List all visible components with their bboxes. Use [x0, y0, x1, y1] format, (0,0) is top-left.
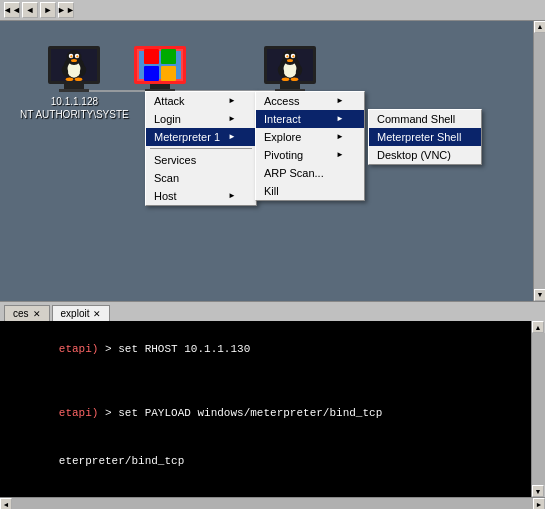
menu-item-arp-scan[interactable]: ARP Scan... — [256, 164, 364, 182]
graph-scroll-up[interactable]: ▲ — [534, 21, 545, 33]
menu-item-desktop-vnc[interactable]: Desktop (VNC) — [369, 146, 481, 164]
svg-point-13 — [75, 77, 83, 81]
menu-item-access[interactable]: Access ► — [256, 92, 364, 110]
tab-ces-close[interactable]: ✕ — [33, 309, 41, 319]
menu-item-login[interactable]: Login ► — [146, 110, 256, 128]
svg-point-4 — [67, 50, 82, 65]
main-container: ◄◄ ◄ ► ►► — [0, 0, 545, 509]
node-ip-1: 10.1.1.128 — [51, 96, 98, 107]
win-q2 — [161, 49, 176, 64]
terminal-scroll-track — [532, 333, 545, 485]
menu-item-host[interactable]: Host ► — [146, 187, 256, 205]
nav-back[interactable]: ◄ — [22, 2, 38, 18]
terminal-cmd-2: > set PAYLOAD windows/meterpreter/bind_t… — [98, 407, 382, 419]
scroll-left-btn[interactable]: ◄ — [0, 498, 12, 509]
tab-ces-label: ces — [13, 308, 29, 319]
win-q3 — [144, 66, 159, 81]
terminal-line-blank1 — [6, 373, 527, 389]
menu-arrow-explore: ► — [336, 132, 344, 141]
menu-arrow-interact: ► — [336, 114, 344, 123]
menu-arrow-host: ► — [228, 191, 236, 200]
monitor-icon-2 — [130, 46, 190, 94]
menu-item-meterpreter-shell[interactable]: Meterpreter Shell — [369, 128, 481, 146]
monitor-icon-3 — [260, 46, 320, 94]
tab-exploit-close[interactable]: ✕ — [93, 309, 101, 319]
win-q4 — [161, 66, 176, 81]
windows-screen-2 — [137, 49, 183, 81]
terminal-line-2: etapi) > set PAYLOAD windows/meterpreter… — [6, 389, 527, 437]
terminal-prompt-2: etapi) — [59, 407, 99, 419]
monitor-icon-1 — [44, 46, 104, 94]
terminal-line-3: eterpreter/bind_tcp — [6, 437, 527, 485]
menu-item-services[interactable]: Services — [146, 151, 256, 169]
svg-point-9 — [71, 59, 77, 62]
monitor-screen-3 — [264, 46, 316, 84]
nav-forward-forward[interactable]: ►► — [58, 2, 74, 18]
svg-point-25 — [291, 77, 299, 81]
menu-item-scan[interactable]: Scan — [146, 169, 256, 187]
top-toolbar: ◄◄ ◄ ► ►► — [0, 0, 545, 21]
tabs-bar: ces ✕ exploit ✕ — [0, 301, 545, 322]
nav-back-back[interactable]: ◄◄ — [4, 2, 20, 18]
terminal-scroll: ▲ ▼ — [531, 321, 545, 497]
scroll-right-btn[interactable]: ► — [533, 498, 545, 509]
windows-logo — [144, 49, 176, 81]
graph-scroll-down[interactable]: ▼ — [534, 289, 545, 301]
svg-point-12 — [66, 77, 74, 81]
monitor-stand-1 — [59, 89, 89, 92]
menu-arrow-pivoting: ► — [336, 150, 344, 159]
linux-screen-1 — [51, 49, 97, 81]
terminal-container: etapi) > set RHOST 10.1.1.130 etapi) > s… — [0, 321, 545, 497]
terminal-cmd-3: eterpreter/bind_tcp — [59, 455, 184, 467]
bottom-scrollbar: ◄ ► — [0, 497, 545, 509]
context-menu-main: Attack ► Login ► Meterpreter 1 ► Service… — [145, 91, 257, 206]
menu-arrow-meterpreter1: ► — [228, 132, 236, 141]
context-menu-sub2: Command Shell Meterpreter Shell Desktop … — [368, 109, 482, 165]
node-label-1: NT AUTHORITY\SYSTE — [20, 109, 129, 120]
terminal-scroll-up[interactable]: ▲ — [532, 321, 544, 333]
svg-point-7 — [71, 55, 73, 57]
terminal-line-4: etapi) > set SMBPIPE BROWSER — [6, 485, 527, 496]
penguin-icon-3 — [275, 47, 305, 83]
graph-scroll: ▲ ▼ — [533, 21, 545, 301]
menu-separator-1 — [150, 148, 252, 149]
linux-screen-3 — [267, 49, 313, 81]
menu-item-attack[interactable]: Attack ► — [146, 92, 256, 110]
svg-point-19 — [286, 55, 288, 57]
menu-item-explore[interactable]: Explore ► — [256, 128, 364, 146]
network-graph-area: 10.1.1.128 NT AUTHORITY\SYSTE — [0, 21, 545, 301]
terminal-line-1: etapi) > set RHOST 10.1.1.130 — [6, 325, 527, 373]
terminal-prompt-1: etapi) — [59, 343, 99, 355]
penguin-icon-1 — [59, 47, 89, 83]
win-q1 — [144, 49, 159, 64]
svg-point-8 — [77, 55, 79, 57]
context-menu-sub1: Access ► Interact ► Explore ► Pivoting ►… — [255, 91, 365, 201]
menu-item-kill[interactable]: Kill — [256, 182, 364, 200]
terminal-scroll-down[interactable]: ▼ — [532, 485, 544, 497]
menu-item-meterpreter1[interactable]: Meterpreter 1 ► — [146, 128, 256, 146]
monitor-screen-2 — [134, 46, 186, 84]
tab-exploit[interactable]: exploit ✕ — [52, 305, 111, 321]
svg-point-24 — [282, 77, 290, 81]
menu-arrow-access: ► — [336, 96, 344, 105]
terminal-output: etapi) > set RHOST 10.1.1.130 etapi) > s… — [0, 321, 545, 496]
monitor-screen-1 — [48, 46, 100, 84]
menu-item-pivoting[interactable]: Pivoting ► — [256, 146, 364, 164]
tab-exploit-label: exploit — [61, 308, 90, 319]
menu-arrow-login: ► — [228, 114, 236, 123]
svg-point-16 — [283, 50, 298, 65]
menu-arrow-attack: ► — [228, 96, 236, 105]
nav-forward[interactable]: ► — [40, 2, 56, 18]
svg-point-21 — [287, 59, 293, 62]
svg-point-20 — [292, 55, 294, 57]
menu-item-command-shell[interactable]: Command Shell — [369, 110, 481, 128]
node-linux-1[interactable]: 10.1.1.128 NT AUTHORITY\SYSTE — [20, 46, 129, 120]
menu-item-interact[interactable]: Interact ► — [256, 110, 364, 128]
scroll-track-horizontal — [12, 498, 533, 509]
graph-scroll-track — [534, 33, 545, 289]
terminal-cmd-1: > set RHOST 10.1.1.130 — [98, 343, 250, 355]
tab-ces[interactable]: ces ✕ — [4, 305, 50, 321]
